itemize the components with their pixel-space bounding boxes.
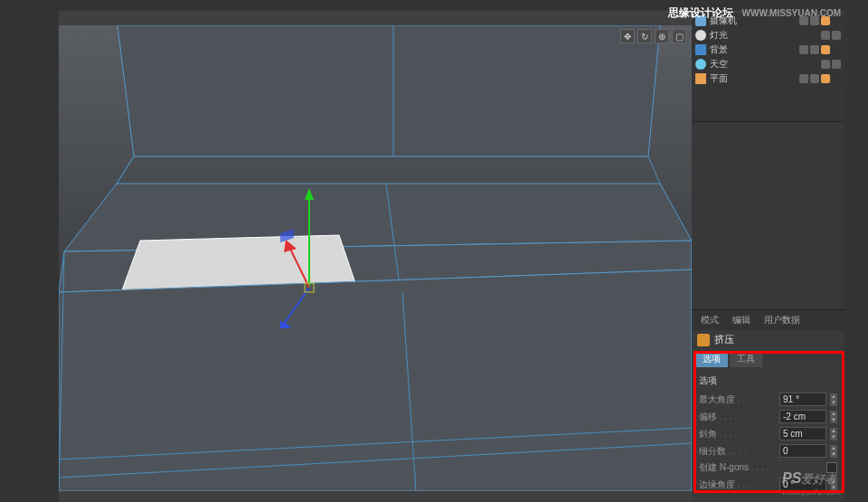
tag-dots[interactable]: [799, 45, 808, 54]
property-row: 偏移 . . . .-2 cm▲▼: [699, 408, 837, 425]
property-label: 边缘角度 . . . .: [699, 478, 776, 491]
property-row: 细分数 . . . .0▲▼: [699, 442, 837, 459]
tag-dark[interactable]: [832, 45, 841, 54]
watermark-top: 思缘设计论坛 WWW.MISSYUAN.COM: [668, 5, 841, 21]
tag-dots[interactable]: [821, 31, 830, 40]
tab-mode[interactable]: 模式: [695, 312, 724, 328]
svg-marker-13: [59, 270, 692, 491]
floor-icon: [695, 44, 706, 55]
spinner[interactable]: ▲▼: [830, 411, 837, 423]
spinner[interactable]: ▲▼: [830, 428, 837, 440]
property-value[interactable]: 91 °: [779, 393, 826, 406]
viewport-controls: ✥ ↻ ⊕ ▢: [620, 29, 686, 43]
subtab-options[interactable]: 选项: [695, 351, 728, 367]
tag-orange[interactable]: [821, 45, 830, 54]
property-label: 细分数 . . . .: [699, 445, 776, 458]
subtab-tool[interactable]: 工具: [730, 351, 762, 367]
tab-edit[interactable]: 编辑: [727, 312, 756, 328]
object-name: 背景: [710, 43, 796, 56]
spinner[interactable]: ▲▼: [830, 445, 837, 458]
plane-icon: [695, 73, 706, 84]
property-label: 偏移 . . . .: [699, 411, 776, 423]
property-label: 斜角 . . . .: [699, 428, 776, 440]
extrude-icon: [697, 334, 710, 346]
svg-line-10: [117, 156, 134, 184]
tag-dots[interactable]: [832, 31, 841, 40]
light-icon: [695, 30, 706, 41]
tag-dots[interactable]: [832, 60, 841, 69]
svg-marker-26: [280, 229, 294, 242]
object-row[interactable]: 平面: [692, 71, 844, 86]
tag-dots[interactable]: [799, 74, 808, 83]
object-row[interactable]: 灯光: [692, 28, 844, 43]
sub-tabs: 选项 工具: [692, 349, 844, 369]
object-tags: [799, 74, 841, 83]
object-tags: [821, 60, 841, 69]
svg-marker-3: [118, 25, 660, 156]
svg-line-21: [289, 247, 309, 288]
svg-marker-20: [305, 188, 314, 200]
mesh-wireframe: [59, 25, 692, 491]
panel-spacer: [692, 122, 844, 309]
tab-userdata[interactable]: 用户数据: [759, 312, 806, 328]
object-name: 天空: [710, 58, 817, 71]
tag-dots[interactable]: [810, 74, 819, 83]
sky-icon: [695, 59, 706, 70]
tool-name: 挤压: [714, 333, 734, 346]
property-value[interactable]: 0: [779, 444, 826, 458]
zoom-icon[interactable]: ⊕: [655, 29, 669, 43]
right-panel: 摄像机灯光背景天空平面 模式 编辑 用户数据 挤压 选项 工具 选项 最大角度 …: [692, 14, 844, 502]
svg-line-5: [648, 156, 660, 184]
tool-header: 挤压: [692, 330, 844, 349]
section-label: 选项: [699, 373, 837, 391]
tag-orange[interactable]: [821, 74, 830, 83]
property-value[interactable]: 5 cm: [779, 427, 826, 440]
object-row[interactable]: 天空: [692, 57, 844, 71]
property-row: 最大角度 . . . .91 °▲▼: [699, 391, 837, 408]
tag-dark[interactable]: [832, 74, 841, 83]
rotate-icon[interactable]: ↻: [637, 29, 652, 43]
object-tags: [799, 45, 841, 54]
watermark-bottom: PS爱好者 www.psahz.com: [782, 470, 841, 497]
object-row[interactable]: 背景: [692, 43, 844, 57]
object-name: 平面: [710, 72, 796, 85]
spinner[interactable]: ▲▼: [830, 393, 837, 406]
move-gizmo[interactable]: [280, 184, 353, 328]
svg-line-23: [282, 288, 309, 327]
frame-icon[interactable]: ▢: [672, 29, 686, 43]
property-row: 斜角 . . . .5 cm▲▼: [699, 425, 837, 442]
property-label: 最大角度 . . . .: [699, 393, 776, 406]
attr-mode-tabs: 模式 编辑 用户数据: [692, 310, 844, 330]
3d-viewport[interactable]: ✥ ↻ ⊕ ▢: [59, 25, 692, 491]
object-manager[interactable]: 摄像机灯光背景天空平面: [692, 14, 844, 122]
object-name: 灯光: [710, 29, 817, 42]
object-tags: [821, 31, 841, 40]
pan-icon[interactable]: ✥: [620, 29, 635, 43]
tag-dots[interactable]: [810, 45, 819, 54]
svg-marker-22: [284, 240, 297, 252]
tag-dots[interactable]: [821, 60, 830, 69]
property-value[interactable]: -2 cm: [779, 410, 826, 423]
